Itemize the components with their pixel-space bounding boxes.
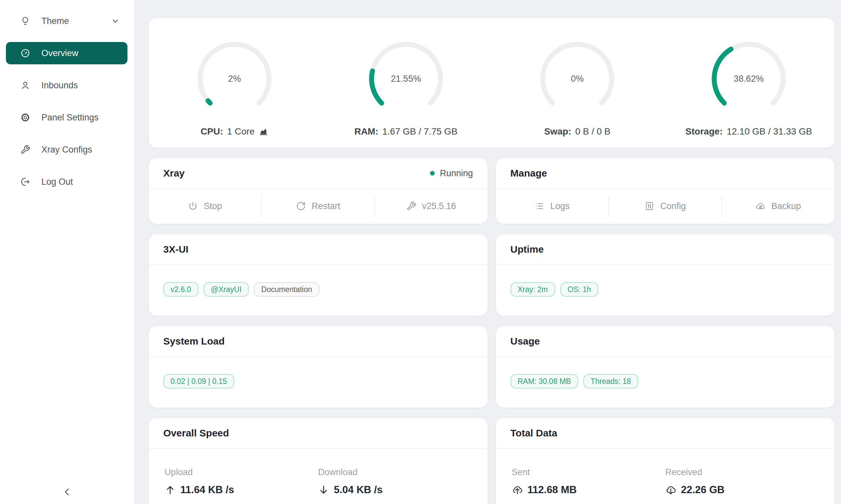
- user-icon: [20, 80, 30, 90]
- sidebar-item-xray-configs[interactable]: Xray Configs: [6, 139, 127, 161]
- cpu-label: CPU: 1 Core: [201, 126, 269, 137]
- ram-label: RAM: 1.67 GB / 7.75 GB: [355, 126, 458, 137]
- xray-uptime-tag: Xray: 2m: [511, 282, 555, 296]
- received-stat: Received 22.26 GB: [665, 467, 819, 496]
- sidebar-collapse-button[interactable]: [0, 487, 134, 497]
- sidebar: Theme Overview Inbounds Panel Settings: [0, 0, 134, 504]
- main-content: 2% CPU: 1 Core 21.55% RAM: 1.67 GB / 7: [149, 18, 835, 504]
- chevron-left-icon: [62, 487, 72, 497]
- arrow-up-icon: [165, 484, 176, 496]
- backup-button[interactable]: Backup: [722, 189, 835, 223]
- xui-card: 3X-UI v2.6.0 @XrayUI Documentation: [149, 234, 487, 316]
- cloud-download-icon: [665, 484, 676, 496]
- xray-version-button[interactable]: v25.5.16: [375, 189, 487, 223]
- system-load-card-title: System Load: [163, 336, 225, 347]
- upload-value: 11.64 KB /s: [181, 484, 234, 496]
- wrench-icon: [406, 201, 416, 211]
- xray-status: Running: [430, 168, 473, 179]
- wrench-icon: [20, 145, 30, 155]
- chevron-down-icon: [111, 17, 120, 25]
- swap-gauge: 0% Swap: 0 B / 0 B: [492, 18, 663, 148]
- sidebar-item-inbounds[interactable]: Inbounds: [6, 74, 127, 96]
- sent-value: 112.68 MB: [528, 484, 577, 496]
- cloud-upload-icon: [512, 484, 523, 496]
- telegram-tag[interactable]: @XrayUI: [204, 282, 249, 296]
- sidebar-item-label: Panel Settings: [41, 112, 99, 123]
- overall-speed-card-title: Overall Speed: [163, 428, 229, 439]
- usage-card-title: Usage: [511, 336, 540, 347]
- restart-button[interactable]: Restart: [262, 189, 374, 223]
- uptime-card-title: Uptime: [511, 244, 544, 255]
- logs-button[interactable]: Logs: [496, 189, 608, 223]
- xui-card-title: 3X-UI: [163, 244, 189, 255]
- cpu-history-chart-icon[interactable]: [259, 127, 269, 137]
- logout-icon: [20, 177, 30, 187]
- sidebar-item-label: Inbounds: [41, 80, 78, 91]
- swap-percent: 0%: [571, 74, 584, 84]
- os-uptime-tag: OS: 1h: [561, 282, 599, 296]
- gear-icon: [20, 112, 30, 122]
- restart-icon: [296, 201, 306, 211]
- cpu-gauge: 2% CPU: 1 Core: [149, 18, 320, 148]
- cpu-percent: 2%: [228, 74, 241, 84]
- uptime-card: Uptime Xray: 2m OS: 1h: [496, 234, 835, 316]
- sidebar-item-overview[interactable]: Overview: [6, 42, 127, 64]
- system-gauges-card: 2% CPU: 1 Core 21.55% RAM: 1.67 GB / 7: [149, 18, 835, 148]
- ram-percent: 21.55%: [391, 74, 421, 84]
- sidebar-item-logout[interactable]: Log Out: [6, 170, 127, 193]
- manage-card-title: Manage: [511, 168, 547, 179]
- total-data-card: Total Data Sent 112.68 MB Received: [496, 418, 835, 504]
- storage-gauge: 38.62% Storage: 12.10 GB / 31.33 GB: [663, 18, 835, 148]
- stop-button[interactable]: Stop: [149, 189, 261, 223]
- list-icon: [534, 201, 544, 211]
- sliders-icon: [645, 201, 654, 211]
- sidebar-item-theme[interactable]: Theme: [6, 10, 127, 32]
- upload-stat: Upload 11.64 KB /s: [165, 467, 318, 496]
- status-text: Running: [440, 168, 473, 179]
- sidebar-item-label: Theme: [41, 16, 69, 26]
- documentation-tag[interactable]: Documentation: [254, 282, 319, 296]
- manage-card: Manage Logs Config: [496, 158, 835, 224]
- sidebar-item-panel-settings[interactable]: Panel Settings: [6, 106, 127, 129]
- sidebar-item-label: Overview: [41, 48, 79, 58]
- power-icon: [188, 201, 198, 211]
- sent-stat: Sent 112.68 MB: [512, 467, 665, 496]
- ram-usage-tag: RAM: 30.08 MB: [511, 374, 578, 389]
- version-tag[interactable]: v2.6.0: [163, 282, 199, 296]
- usage-card: Usage RAM: 30.08 MB Threads: 18: [496, 326, 835, 408]
- swap-label: Swap: 0 B / 0 B: [544, 126, 611, 137]
- arrow-down-icon: [318, 484, 329, 496]
- total-data-card-title: Total Data: [511, 428, 557, 439]
- ram-gauge: 21.55% RAM: 1.67 GB / 7.75 GB: [320, 18, 492, 148]
- status-dot: [430, 171, 435, 176]
- dashboard-gauge-icon: [20, 48, 30, 58]
- xray-card: Xray Running Stop Res: [149, 158, 487, 224]
- lightbulb-icon: [20, 16, 30, 26]
- download-label: Download: [318, 467, 471, 478]
- storage-label: Storage: 12.10 GB / 31.33 GB: [685, 126, 812, 137]
- download-stat: Download 5.04 KB /s: [318, 467, 471, 496]
- xray-card-title: Xray: [163, 168, 185, 179]
- received-label: Received: [665, 467, 819, 478]
- load-average-tag: 0.02 | 0.09 | 0.15: [163, 374, 234, 389]
- cloud-backup-icon: [756, 201, 766, 211]
- download-value: 5.04 KB /s: [334, 484, 382, 496]
- received-value: 22.26 GB: [681, 484, 725, 496]
- overall-speed-card: Overall Speed Upload 11.64 KB /s Downloa…: [149, 418, 487, 504]
- config-button[interactable]: Config: [609, 189, 721, 223]
- sidebar-item-label: Xray Configs: [41, 145, 92, 155]
- sidebar-item-label: Log Out: [41, 177, 73, 187]
- sent-label: Sent: [512, 467, 665, 478]
- upload-label: Upload: [165, 467, 318, 478]
- system-load-card: System Load 0.02 | 0.09 | 0.15: [149, 326, 487, 408]
- storage-percent: 38.62%: [734, 74, 764, 84]
- threads-tag: Threads: 18: [583, 374, 638, 389]
